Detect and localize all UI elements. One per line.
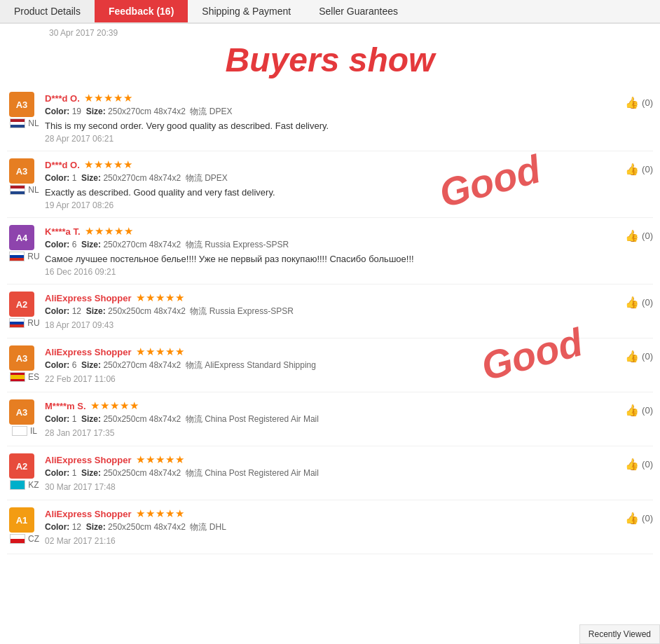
review-item: A2 RU AliExpress Shopper ★★★★★ Color: 12…: [7, 285, 653, 338]
username: AliExpress Shopper: [45, 293, 132, 303]
tab-bar: Product Details Feedback (16) Shipping &…: [0, 0, 660, 24]
review-meta: Color: 19 Size: 250x270cm 48x74x2 物流 DPE…: [45, 106, 618, 118]
like-button[interactable]: 👍 (0): [625, 404, 653, 417]
avatar: A4: [9, 225, 34, 250]
tab-seller-guarantees[interactable]: Seller Guarantees: [305, 0, 412, 22]
country-flag: NL: [10, 118, 39, 128]
thumb-icon: 👍: [625, 350, 639, 363]
user-top: M****m S. ★★★★★: [45, 399, 618, 412]
buyers-show-title: Buyers show: [7, 38, 653, 85]
avatar: A1: [9, 507, 34, 533]
avatar: A2: [9, 292, 34, 317]
avatar: A3: [9, 345, 34, 371]
review-item: A2 KZ AliExpress Shopper ★★★★★ Color: 1 …: [7, 446, 653, 500]
review-item: A1 CZ AliExpress Shopper ★★★★★ Color: 12…: [7, 500, 653, 554]
thumb-icon: 👍: [625, 96, 639, 109]
review-text: Exactly as described. Good quality and v…: [45, 187, 618, 198]
user-info: K****a T. ★★★★★ Color: 6 Size: 250x270cm…: [45, 225, 618, 277]
review-item: A3 IL M****m S. ★★★★★ Color: 1 Size: 250…: [7, 392, 653, 446]
like-button[interactable]: 👍 (0): [625, 96, 653, 109]
user-top: AliExpress Shopper ★★★★★: [45, 292, 618, 304]
country-flag: CZ: [10, 534, 39, 544]
review-date: 02 Mar 2017 21:16: [45, 536, 618, 546]
username: AliExpress Shopper: [45, 347, 132, 357]
like-button[interactable]: 👍 (0): [625, 296, 653, 309]
review-left-6: A3 IL: [7, 399, 42, 439]
like-button[interactable]: 👍 (0): [625, 229, 653, 242]
stars: ★★★★★: [84, 92, 133, 104]
like-button[interactable]: 👍 (0): [625, 163, 653, 176]
stars: ★★★★★: [136, 507, 185, 520]
stars: ★★★★★: [136, 345, 185, 358]
thumb-icon: 👍: [625, 163, 639, 176]
review-left-5: A3 ES: [7, 345, 42, 385]
thumb-icon: 👍: [625, 512, 639, 525]
like-count: (0): [642, 459, 653, 470]
like-count: (0): [642, 351, 653, 362]
like-count: (0): [642, 97, 653, 108]
country-code: NL: [28, 118, 39, 128]
review-left-1: A3 NL: [7, 92, 42, 131]
country-flag: RU: [9, 318, 39, 328]
user-info: M****m S. ★★★★★ Color: 1 Size: 250x250cm…: [45, 399, 618, 438]
like-count: (0): [642, 513, 653, 523]
thumb-icon: 👍: [625, 229, 639, 242]
stars: ★★★★★: [84, 158, 133, 171]
review-date: 16 Dec 2016 09:21: [45, 267, 618, 277]
user-info: D***d O. ★★★★★ Color: 1 Size: 250x270cm …: [45, 158, 618, 210]
flag-nl: [10, 118, 25, 128]
like-count: (0): [642, 405, 653, 416]
flag-ru: [9, 252, 25, 261]
user-info: AliExpress Shopper ★★★★★ Color: 6 Size: …: [45, 345, 618, 384]
review-date: 30 Mar 2017 17:48: [45, 482, 618, 492]
username: K****a T.: [45, 226, 81, 237]
avatar: A3: [9, 92, 34, 117]
review-meta: Color: 6 Size: 250x270cm 48x74x2 物流 Russ…: [45, 239, 618, 251]
country-code: NL: [28, 185, 39, 195]
stars: ★★★★★: [136, 292, 185, 304]
review-left-3: A4 RU: [7, 225, 42, 264]
review-left-2: A3 NL: [7, 158, 42, 198]
tab-feedback[interactable]: Feedback (16): [95, 0, 188, 22]
avatar: A3: [9, 399, 34, 425]
username: D***d O.: [45, 160, 80, 170]
stars: ★★★★★: [85, 225, 134, 238]
main-content: 30 Apr 2017 20:39 Buyers show A3 NL D***…: [0, 24, 660, 554]
flag-ru: [9, 318, 25, 328]
tab-product-details[interactable]: Product Details: [0, 0, 95, 22]
like-button[interactable]: 👍 (0): [625, 512, 653, 525]
flag-es: [10, 372, 25, 382]
thumb-icon: 👍: [625, 404, 639, 417]
review-meta: Color: 1 Size: 250x250cm 48x74x2 物流 Chin…: [45, 413, 618, 425]
review-meta: Color: 1 Size: 250x250cm 48x74x2 物流 Chin…: [45, 467, 618, 479]
like-count: (0): [642, 297, 653, 308]
review-date: 28 Jan 2017 17:35: [45, 428, 618, 438]
flag-kz: [10, 480, 25, 490]
like-button[interactable]: 👍 (0): [625, 458, 653, 471]
review-left-7: A2 KZ: [7, 453, 42, 493]
flag-nl: [10, 185, 25, 195]
avatar: A3: [9, 158, 34, 184]
review-item: A3 NL D***d O. ★★★★★ Color: 1 Size: 250x…: [7, 151, 653, 218]
tabs-container: Product Details Feedback (16) Shipping &…: [0, 0, 660, 24]
country-flag: IL: [12, 426, 37, 436]
user-top: K****a T. ★★★★★: [45, 225, 618, 238]
username: AliExpress Shopper: [45, 455, 132, 465]
country-code: KZ: [28, 480, 39, 490]
buyers-show-date: 30 Apr 2017 20:39: [7, 24, 653, 38]
tab-shipping[interactable]: Shipping & Payment: [188, 0, 305, 22]
review-meta: Color: 12 Size: 250x250cm 48x74x2 物流 DHL: [45, 521, 618, 533]
flag-il: [12, 426, 27, 436]
stars: ★★★★★: [136, 453, 185, 466]
review-left-8: A1 CZ: [7, 507, 42, 547]
like-button[interactable]: 👍 (0): [625, 350, 653, 363]
review-meta: Color: 1 Size: 250x270cm 48x74x2 物流 DPEX: [45, 172, 618, 184]
country-flag: RU: [9, 252, 39, 261]
reviews-list: A3 NL D***d O. ★★★★★ Color: 19 Size: 250…: [7, 85, 653, 554]
review-item: A4 RU K****a T. ★★★★★ Color: 6 Size: 250…: [7, 218, 653, 285]
user-info: AliExpress Shopper ★★★★★ Color: 1 Size: …: [45, 453, 618, 492]
review-date: 19 Apr 2017 08:26: [45, 200, 618, 210]
review-text: Самое лучшее постельное белье!!!! Уже не…: [45, 254, 618, 264]
review-date: 22 Feb 2017 11:06: [45, 374, 618, 384]
thumb-icon: 👍: [625, 458, 639, 471]
